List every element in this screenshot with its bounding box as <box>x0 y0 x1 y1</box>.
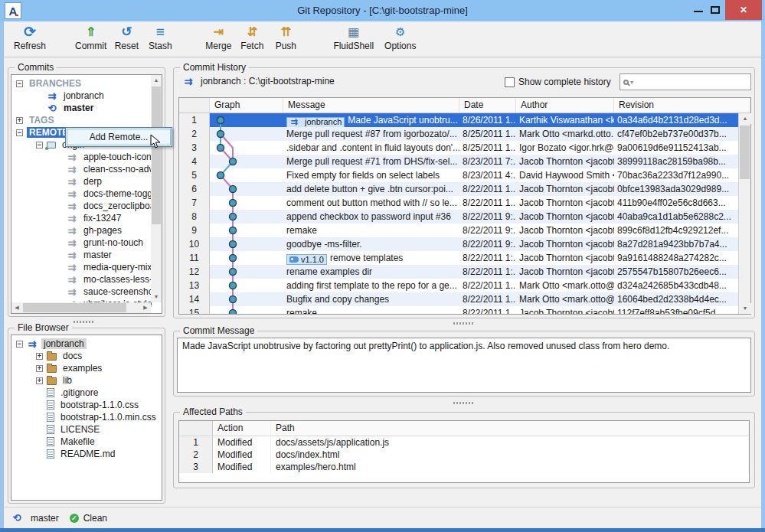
scroll-down-arrow-icon[interactable]: ▼ <box>739 303 751 314</box>
commits-tree-hscroll-thumb[interactable] <box>23 303 126 312</box>
commit-row-9[interactable]: 9remake8/22/2011 9:...Jacob Thornton <ja… <box>179 224 738 237</box>
commits-tree-item-apple-touch-icon[interactable]: apple-touch-icon <box>11 151 162 163</box>
toolbar-button-options[interactable]: ⚙Options <box>381 24 419 51</box>
show-complete-history-checkbox[interactable] <box>505 77 515 87</box>
commits-tree-item-master[interactable]: master <box>11 102 162 114</box>
scroll-up-arrow-icon[interactable]: ▲ <box>151 75 162 86</box>
file-tree-item-makefile[interactable]: Makefile <box>11 436 162 448</box>
file-icon <box>47 400 54 410</box>
file-tree-item-license[interactable]: LICENSE <box>11 423 162 436</box>
commits-tree-item-mo-classes-less-proble[interactable]: mo-classes-less-proble <box>11 273 162 286</box>
file-tree-item-examples[interactable]: +examples <box>11 362 162 374</box>
file-tree-item-lib[interactable]: +lib <box>11 374 162 387</box>
commit-row-10[interactable]: 10goodbye -ms-filter.8/22/2011 9:...Jaco… <box>179 237 738 251</box>
row-number: 10 <box>179 237 210 251</box>
toolbar-button-refresh[interactable]: ⟳Refresh <box>11 24 49 51</box>
affected-path-row-3[interactable]: 3Modifiedexamples/hero.html <box>179 461 749 473</box>
commits-tree-hscrollbar[interactable]: ◀ ▶ <box>11 302 151 313</box>
commit-row-1[interactable]: 1jonbranchMade JavaScript unobtru...8/26… <box>179 113 738 127</box>
commits-tree-item-grunt-no-touch[interactable]: grunt-no-touch <box>11 237 162 249</box>
affected-path-row-2[interactable]: 2Modifieddocs/index.html <box>179 449 749 461</box>
toolbar-button-merge[interactable]: ⇥Merge <box>201 24 235 51</box>
expand-icon[interactable]: + <box>36 365 43 372</box>
collapse-icon[interactable]: − <box>16 129 23 136</box>
collapse-icon[interactable]: − <box>16 341 23 348</box>
commit-row-2[interactable]: 2Merge pull request #87 from igorbozato/… <box>179 127 738 141</box>
left-splitter-handle[interactable] <box>74 321 95 323</box>
scroll-down-arrow-icon[interactable]: ▼ <box>151 292 162 302</box>
branch-badge: jonbranch <box>286 117 345 128</box>
file-tree-item-gitignore[interactable]: .gitignore <box>11 387 162 399</box>
commit-row-12[interactable]: 12rename examples dir8/22/2011 1:...Jaco… <box>179 265 738 279</box>
commit-row-6[interactable]: 6add delete button + give .btn cursor:po… <box>179 182 738 196</box>
titlebar[interactable]: A Git Repository - [C:\git-bootstrap-min… <box>0 0 765 21</box>
expand-icon[interactable]: + <box>16 117 23 124</box>
commits-tree-item-jonbranch[interactable]: jonbranch <box>11 90 162 102</box>
file-tree-item-readme-md[interactable]: README.md <box>11 448 162 460</box>
collapse-icon[interactable]: − <box>36 142 43 149</box>
commit-row-4[interactable]: 4Merge pull request #71 from DHS/fix-sel… <box>179 155 738 168</box>
commit-row-11[interactable]: 11v1.1.0remove templates8/22/2011 1:...J… <box>179 251 738 265</box>
toolbar-button-stash[interactable]: ≡Stash <box>143 24 177 51</box>
file-tree-item-bootstrap-1-1-0-min-css[interactable]: bootstrap-1.1.0.min.css <box>11 411 162 423</box>
close-button[interactable] <box>725 0 762 20</box>
scroll-right-arrow-icon[interactable]: ▶ <box>140 302 151 313</box>
file-tree-item-bootstrap-1-1-0-css[interactable]: bootstrap-1.1.0.css <box>11 399 162 411</box>
affected-path-row-1[interactable]: 1Modifieddocs/assets/js/application.js <box>179 436 749 449</box>
toolbar-button-fetch[interactable]: ⇵Fetch <box>235 24 269 51</box>
commit-table-vscrollbar[interactable]: ▲ ▼ <box>738 113 750 314</box>
commits-tree-item-fix-13247[interactable]: fix-13247 <box>11 212 162 224</box>
file-tree-item-jonbranch[interactable]: −jonbranch <box>11 338 162 350</box>
commits-tree-item-derp[interactable]: derp <box>11 175 162 188</box>
column-header-author[interactable]: Author <box>516 98 614 113</box>
toolbar-button-reset[interactable]: ↺Reset <box>110 24 143 51</box>
commit-row-13[interactable]: 13adding first template to the repo for … <box>179 279 738 292</box>
commits-tree-item-sauce-screenshots[interactable]: sauce-screenshots <box>11 286 162 298</box>
commit-row-15[interactable]: 15remake8/22/2011 1...Jacob Thornton <ja… <box>179 306 738 314</box>
commits-tree-item-media-query-mixins[interactable]: media-query-mixins <box>11 261 162 273</box>
commit-row-3[interactable]: 3.sidebar and .content in fluid layouts … <box>179 141 738 155</box>
toolbar: ⟳Refresh⇑Commit↺Reset≡Stash⇥Merge⇵Fetch⇈… <box>0 21 765 57</box>
toolbar-button-commit[interactable]: ⇑Commit <box>72 24 110 51</box>
search-box[interactable]: ▾ <box>620 73 751 90</box>
commit-table-vscroll-thumb[interactable] <box>740 126 750 179</box>
commits-tree-item-clean-css-no-advanced[interactable]: clean-css-no-advanced <box>11 163 162 175</box>
minimize-button[interactable] <box>691 0 705 20</box>
commit-row-7[interactable]: 7comment out button method with // so le… <box>179 196 738 210</box>
commits-tree-vscroll-thumb[interactable] <box>152 86 161 224</box>
commit-row-8[interactable]: 8append checkbox to password input #368/… <box>179 210 738 224</box>
expand-icon[interactable]: + <box>36 377 43 384</box>
commits-tree-item-branches[interactable]: −BRANCHES <box>11 77 162 90</box>
search-dropdown-icon[interactable]: ▾ <box>630 79 633 86</box>
commits-tree-item-tags[interactable]: +TAGS <box>11 114 162 126</box>
commits-tree-item-gh-pages[interactable]: gh-pages <box>11 224 162 237</box>
search-input[interactable] <box>635 76 747 88</box>
file-tree-item-docs[interactable]: +docs <box>11 350 162 362</box>
toolbar-button-fluidshell[interactable]: ▦FluidShell <box>330 24 377 51</box>
commits-tree-vscrollbar[interactable]: ▲ ▼ <box>151 75 162 302</box>
commits-tree-item-docs-theme-toggler[interactable]: docs-theme-toggler <box>11 188 162 200</box>
commit-date: 8/25/2011 1... <box>459 141 516 155</box>
commit-row-5[interactable]: 5Fixed empty for fields on select labels… <box>179 168 738 182</box>
scroll-left-arrow-icon[interactable]: ◀ <box>11 302 22 313</box>
collapse-icon[interactable]: − <box>16 80 23 87</box>
commit-row-14[interactable]: 14Bugfix and copy changes8/22/2011 1...M… <box>179 292 738 306</box>
column-header-revision[interactable]: Revision <box>614 98 750 113</box>
column-header-graph[interactable]: Graph <box>210 98 283 113</box>
message-paths-splitter-handle[interactable] <box>453 402 475 404</box>
context-menu-item-add-remote[interactable]: Add Remote... <box>90 132 149 142</box>
history-message-splitter-handle[interactable] <box>453 322 475 325</box>
maximize-button[interactable] <box>708 0 722 20</box>
commits-tree-item-master[interactable]: master <box>11 249 162 261</box>
commits-tree: −BRANCHESjonbranchmaster+TAGS−REMOTES−or… <box>11 74 162 314</box>
commit-message-cell: rename examples dir <box>283 265 459 279</box>
commits-tree-item-docs-zeroclipboard[interactable]: docs_zeroclipboard <box>11 200 162 212</box>
column-header-date[interactable]: Date <box>459 98 516 113</box>
column-header-path[interactable]: Path <box>271 421 749 436</box>
row-number: 13 <box>179 279 210 292</box>
toolbar-button-push[interactable]: ⇈Push <box>269 24 302 51</box>
scroll-up-arrow-icon[interactable]: ▲ <box>739 113 751 124</box>
column-header-action[interactable]: Action <box>213 421 271 436</box>
expand-icon[interactable]: + <box>36 353 43 360</box>
column-header-message[interactable]: Message <box>283 98 459 113</box>
